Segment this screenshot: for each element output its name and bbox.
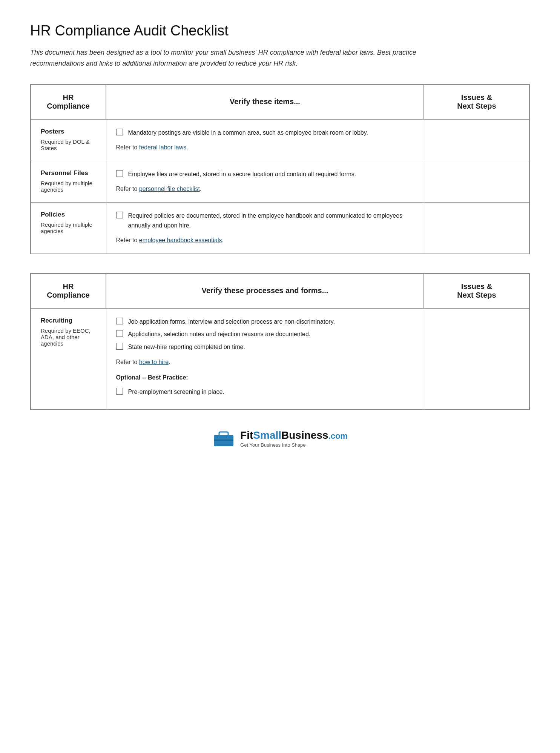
compliance-sub-recruiting: Required by EEOC, ADA, and other agencie… bbox=[41, 327, 96, 347]
refer-text-policies: Refer to employee handbook essentials. bbox=[116, 235, 414, 245]
employee-handbook-essentials-link[interactable]: employee handbook essentials bbox=[139, 237, 222, 243]
verify-item: Employee files are created, stored in a … bbox=[116, 169, 414, 179]
checkbox-recruiting-2[interactable] bbox=[116, 330, 123, 337]
verify-text-posters-1: Mandatory postings are visible in a comm… bbox=[128, 128, 414, 138]
checkbox-recruiting-1[interactable] bbox=[116, 318, 123, 324]
issues-cell-policies[interactable] bbox=[424, 202, 529, 254]
verify-items-group-recruiting: Job application forms, interview and sel… bbox=[116, 317, 414, 352]
brand-small: Small bbox=[253, 429, 281, 441]
verify-text-recruiting-3: State new-hire reporting completed on ti… bbox=[128, 342, 414, 352]
compliance-cell-policies: Policies Required by multiple agencies bbox=[31, 202, 106, 254]
logo-container: FitSmallBusiness.com Get Your Business I… bbox=[212, 429, 348, 448]
personnel-file-checklist-link[interactable]: personnel file checklist bbox=[139, 186, 200, 192]
issues-cell-recruiting[interactable] bbox=[424, 308, 529, 410]
brand-fit: Fit bbox=[240, 429, 253, 441]
checkbox-recruiting-3[interactable] bbox=[116, 343, 123, 350]
compliance-label-policies: Policies bbox=[41, 211, 96, 218]
logo-text: FitSmallBusiness.com Get Your Business I… bbox=[240, 429, 348, 448]
verify-text-personnel-1: Employee files are created, stored in a … bbox=[128, 169, 414, 179]
table-row: Recruiting Required by EEOC, ADA, and ot… bbox=[31, 308, 529, 410]
svg-rect-2 bbox=[214, 440, 233, 441]
table-2-header-col1: HRCompliance bbox=[31, 274, 106, 308]
verify-item: Applications, selection notes and reject… bbox=[116, 329, 414, 339]
table-row: Posters Required by DOL & States Mandato… bbox=[31, 119, 529, 161]
verify-text-recruiting-bp-1: Pre-employment screening in place. bbox=[128, 387, 414, 397]
issues-cell-personnel[interactable] bbox=[424, 161, 529, 202]
logo-tagline: Get Your Business Into Shape bbox=[240, 442, 348, 448]
refer-text-recruiting: Refer to how to hire. bbox=[116, 357, 414, 367]
intro-paragraph: This document has been designed as a too… bbox=[30, 47, 445, 69]
checkbox-personnel-1[interactable] bbox=[116, 170, 123, 177]
verify-text-recruiting-2: Applications, selection notes and reject… bbox=[128, 329, 414, 339]
compliance-cell-posters: Posters Required by DOL & States bbox=[31, 119, 106, 161]
refer-text-posters: Refer to federal labor laws. bbox=[116, 143, 414, 152]
table-2-header-row: HRCompliance Verify these processes and … bbox=[31, 274, 529, 308]
verify-cell-personnel: Employee files are created, stored in a … bbox=[106, 161, 424, 202]
table-1-header-col1: HRCompliance bbox=[31, 85, 106, 119]
table-2-header-col2: Verify these processes and forms... bbox=[106, 274, 424, 308]
checkbox-recruiting-bp-1[interactable] bbox=[116, 388, 123, 395]
page-title: HR Compliance Audit Checklist bbox=[30, 23, 530, 39]
brand-business: Business bbox=[281, 429, 328, 441]
verify-text-recruiting-1: Job application forms, interview and sel… bbox=[128, 317, 414, 327]
compliance-sub-policies: Required by multiple agencies bbox=[41, 221, 96, 234]
compliance-label-recruiting: Recruiting bbox=[41, 317, 96, 324]
checkbox-policies-1[interactable] bbox=[116, 212, 123, 218]
federal-labor-laws-link[interactable]: federal labor laws bbox=[139, 144, 186, 151]
compliance-label-posters: Posters bbox=[41, 128, 96, 135]
compliance-label-personnel: Personnel Files bbox=[41, 169, 96, 177]
table-1-header-col3: Issues &Next Steps bbox=[424, 85, 529, 119]
refer-text-personnel: Refer to personnel file checklist. bbox=[116, 184, 414, 194]
compliance-sub-posters: Required by DOL & States bbox=[41, 138, 96, 151]
table-1-header-col2: Verify these items... bbox=[106, 85, 424, 119]
compliance-cell-personnel: Personnel Files Required by multiple age… bbox=[31, 161, 106, 202]
verify-item: Required policies are documented, stored… bbox=[116, 211, 414, 230]
table-1: HRCompliance Verify these items... Issue… bbox=[30, 84, 530, 254]
issues-cell-posters[interactable] bbox=[424, 119, 529, 161]
verify-cell-recruiting: Job application forms, interview and sel… bbox=[106, 308, 424, 410]
table-2-header-col3: Issues &Next Steps bbox=[424, 274, 529, 308]
logo-brand: FitSmallBusiness.com bbox=[240, 429, 348, 441]
table-1-header-row: HRCompliance Verify these items... Issue… bbox=[31, 85, 529, 119]
brand-com: .com bbox=[328, 431, 348, 441]
verify-cell-posters: Mandatory postings are visible in a comm… bbox=[106, 119, 424, 161]
compliance-sub-personnel: Required by multiple agencies bbox=[41, 180, 96, 193]
verify-item: Mandatory postings are visible in a comm… bbox=[116, 128, 414, 138]
verify-item: Pre-employment screening in place. bbox=[116, 387, 414, 397]
compliance-cell-recruiting: Recruiting Required by EEOC, ADA, and ot… bbox=[31, 308, 106, 410]
table-row: Policies Required by multiple agencies R… bbox=[31, 202, 529, 254]
briefcase-icon bbox=[212, 429, 235, 448]
table-row: Personnel Files Required by multiple age… bbox=[31, 161, 529, 202]
verify-cell-policies: Required policies are documented, stored… bbox=[106, 202, 424, 254]
how-to-hire-link[interactable]: how to hire bbox=[139, 359, 169, 365]
verify-item: State new-hire reporting completed on ti… bbox=[116, 342, 414, 352]
verify-text-policies-1: Required policies are documented, stored… bbox=[128, 211, 414, 230]
verify-item: Job application forms, interview and sel… bbox=[116, 317, 414, 327]
footer: FitSmallBusiness.com Get Your Business I… bbox=[30, 429, 530, 448]
table-2: HRCompliance Verify these processes and … bbox=[30, 273, 530, 410]
checkbox-posters-1[interactable] bbox=[116, 129, 123, 135]
best-practice-label-recruiting: Optional -- Best Practice: bbox=[116, 373, 414, 383]
